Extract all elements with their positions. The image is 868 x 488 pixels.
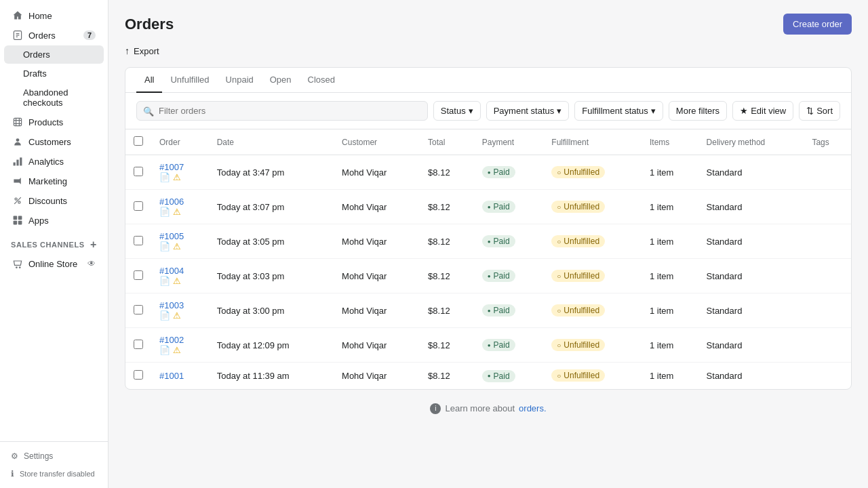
tab-closed[interactable]: Closed [300,68,343,93]
col-order: Order [151,129,209,155]
row-checkbox[interactable] [134,167,143,176]
apps-icon [12,215,23,226]
row-payment-cell: Paid [474,363,544,389]
sidebar-item-products[interactable]: Products [4,113,104,131]
svg-point-10 [18,201,20,203]
row-checkbox[interactable] [134,236,143,245]
row-checkbox[interactable] [134,270,143,280]
row-delivery-cell: Standard [698,293,804,328]
status-filter-button[interactable]: Status ▾ [433,101,481,121]
select-all-checkbox[interactable] [134,136,143,146]
row-tags-cell [804,293,851,328]
learn-more-text: Learn more about [445,403,515,413]
sidebar-bottom: ⚙ Settings ℹ Store transfer disabled [0,441,108,488]
svg-point-9 [15,198,17,200]
row-total-cell: $8.12 [420,155,474,190]
eye-icon[interactable]: 👁 [87,259,96,268]
col-tags: Tags [804,129,851,155]
sort-icon: ⇅ [806,106,814,116]
sidebar-item-analytics[interactable]: Analytics [4,152,104,171]
order-link[interactable]: #1007 [159,162,184,172]
fulfillment-status-filter-button[interactable]: Fulfillment status ▾ [574,101,663,121]
warn-icon: ⚠ [173,241,181,251]
row-payment-cell: Paid [474,224,544,259]
row-items-cell: 1 item [642,293,698,328]
row-date-cell: Today at 3:47 pm [209,155,334,190]
sort-button[interactable]: ⇅ Sort [799,101,840,121]
row-delivery-cell: Standard [698,190,804,224]
sort-label: Sort [816,106,833,116]
row-payment-cell: Paid [474,259,544,293]
tab-all[interactable]: All [136,68,162,93]
row-delivery-cell: Standard [698,155,804,190]
row-checkbox[interactable] [134,201,143,211]
row-tags-cell [804,328,851,363]
tab-unfulfilled[interactable]: Unfulfilled [162,68,217,93]
edit-view-button[interactable]: ★ Edit view [732,101,793,121]
col-fulfillment: Fulfillment [543,129,642,155]
row-checkbox[interactable] [134,370,143,380]
export-row[interactable]: ↑ Export [125,45,852,56]
search-icon: 🔍 [143,106,154,116]
sidebar-item-orders-drafts[interactable]: Drafts [4,64,104,83]
sidebar-item-home[interactable]: Home [4,6,104,25]
table-row: #1002 📄 ⚠ Today at 12:09 pm Mohd Viqar $… [125,328,851,363]
order-link[interactable]: #1001 [159,371,184,381]
fulfillment-badge: Unfulfilled [551,339,605,351]
row-fulfillment-cell: Unfulfilled [543,155,642,190]
sales-channels-title: SALES CHANNELS + [0,230,108,253]
sidebar-item-marketing[interactable]: Marketing [4,171,104,190]
row-tags-cell [804,190,851,224]
sidebar-item-settings[interactable]: ⚙ Settings [4,447,104,465]
doc-icon: 📄 [159,310,170,321]
row-items-cell: 1 item [642,259,698,293]
sidebar-item-apps[interactable]: Apps [4,211,104,230]
row-checkbox[interactable] [134,340,143,349]
col-customer: Customer [334,129,420,155]
order-link[interactable]: #1003 [159,300,184,310]
create-order-button[interactable]: Create order [783,14,852,35]
order-link[interactable]: #1005 [159,231,184,241]
row-payment-cell: Paid [474,190,544,224]
table-row: #1003 📄 ⚠ Today at 3:00 pm Mohd Viqar $8… [125,293,851,328]
sidebar-item-discounts[interactable]: Discounts [4,191,104,210]
row-order-cell: #1002 📄 ⚠ [151,328,209,363]
row-items-cell: 1 item [642,363,698,389]
sidebar-item-store-transfer[interactable]: ℹ Store transfer disabled [4,465,104,483]
doc-icon: 📄 [159,207,170,217]
row-customer-cell: Mohd Viqar [334,190,420,224]
learn-more-link[interactable]: orders. [519,403,546,413]
add-sales-channel-icon[interactable]: + [90,239,97,251]
row-checkbox[interactable] [134,305,143,314]
sidebar-item-customers[interactable]: Customers [4,132,104,151]
order-link[interactable]: #1002 [159,335,184,345]
fulfillment-badge: Unfulfilled [551,304,605,317]
svg-point-5 [16,138,20,142]
sidebar-item-orders-abandoned[interactable]: Abandoned checkouts [4,83,104,112]
svg-rect-14 [14,221,18,225]
row-order-cell: #1004 📄 ⚠ [151,259,209,293]
row-tags-cell [804,224,851,259]
store-transfer-label: Store transfer disabled [20,470,95,478]
svg-rect-8 [20,157,22,165]
order-link[interactable]: #1004 [159,266,184,276]
products-icon [12,117,23,127]
order-link[interactable]: #1006 [159,197,184,207]
payment-badge: Paid [482,166,515,178]
row-checkbox-cell [125,328,151,363]
tab-unpaid[interactable]: Unpaid [218,68,262,93]
sidebar-item-online-store[interactable]: Online Store 👁 [4,254,104,273]
more-filters-button[interactable]: More filters [669,101,727,121]
row-customer-cell: Mohd Viqar [334,259,420,293]
fulfillment-status-label: Fulfillment status [582,106,648,116]
row-items-cell: 1 item [642,328,698,363]
sidebar-item-orders[interactable]: Orders 7 [4,26,104,45]
tab-open[interactable]: Open [262,68,300,93]
home-icon [12,10,23,21]
payment-status-filter-button[interactable]: Payment status ▾ [486,101,570,121]
settings-icon: ⚙ [11,451,18,461]
payment-badge: Paid [482,270,515,282]
sidebar-item-orders-orders[interactable]: Orders [4,45,104,64]
svg-rect-6 [14,163,16,166]
search-input[interactable] [136,101,428,121]
